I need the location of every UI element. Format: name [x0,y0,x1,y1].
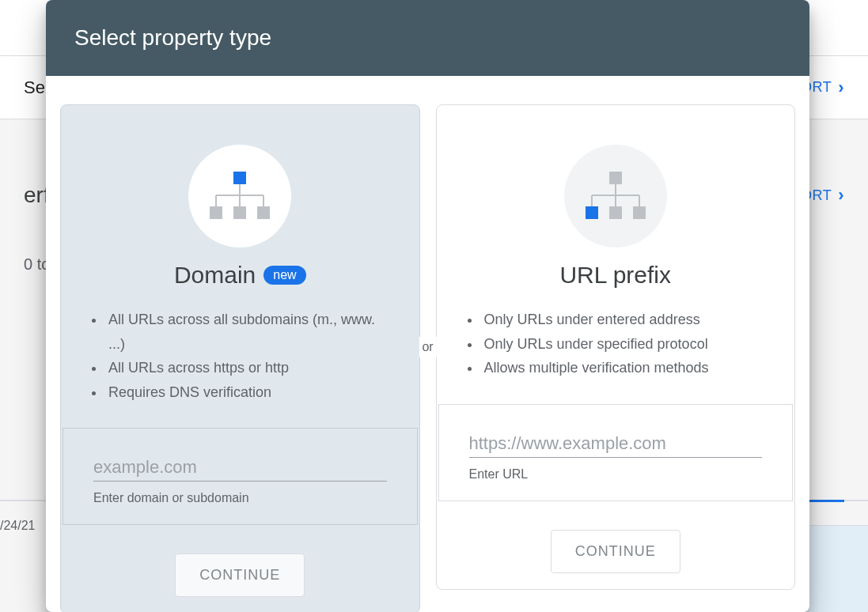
list-item: Only URLs under entered address [481,308,764,332]
svg-rect-17 [633,206,646,219]
domain-continue-button[interactable]: CONTINUE [175,553,305,597]
svg-rect-9 [609,172,622,184]
or-divider: or [419,337,436,357]
svg-rect-7 [233,206,246,219]
url-icon-wrap [564,145,667,247]
bg-nav-text: Se [24,77,45,98]
domain-features-list: All URLs across all subdomains (m., www.… [61,308,419,404]
domain-title: Domain [174,262,256,289]
svg-rect-0 [233,172,246,184]
url-input-box: Enter URL [438,404,794,501]
url-title: URL prefix [559,262,671,289]
svg-rect-16 [609,206,622,219]
svg-rect-8 [257,206,270,219]
domain-title-row: Domain new [174,262,306,289]
list-item: All URLs across https or http [105,356,388,380]
domain-property-card[interactable]: Domain new All URLs across all subdomain… [60,104,420,612]
url-features-list: Only URLs under entered address Only URL… [437,308,795,380]
list-item: Only URLs under specified protocol [481,332,764,357]
dialog-header: Select property type [46,0,809,76]
url-title-row: URL prefix [559,262,671,289]
bg-date-label: /24/21 [0,519,35,533]
sitemap-icon [584,172,647,221]
sitemap-icon [208,172,271,221]
dialog-body: or Domain new [46,76,809,612]
dialog-title: Select property type [74,25,271,51]
svg-rect-15 [586,206,598,219]
new-badge: new [263,266,305,285]
domain-input-box: Enter domain or subdomain [63,428,418,525]
domain-icon-wrap [188,145,291,247]
list-item: Allows multiple verification methods [481,356,764,380]
list-item: All URLs across all subdomains (m., www.… [105,308,388,356]
list-item: Requires DNS verification [105,380,388,405]
select-property-dialog: Select property type or [46,0,809,612]
svg-rect-6 [210,206,222,219]
url-continue-button[interactable]: CONTINUE [551,530,680,573]
url-input-hint: Enter URL [469,467,763,482]
url-prefix-property-card[interactable]: URL prefix Only URLs under entered addre… [436,104,796,590]
chevron-right-icon: › [838,77,844,98]
chevron-right-icon: › [838,185,844,206]
domain-input-hint: Enter domain or subdomain [93,491,387,505]
domain-input[interactable] [93,454,387,482]
url-input[interactable] [469,430,763,458]
